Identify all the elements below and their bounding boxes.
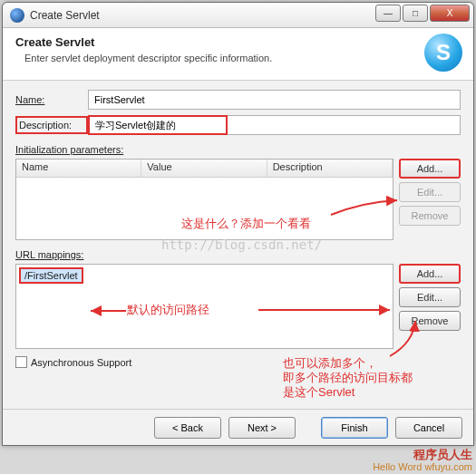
maximize-button[interactable]: □ [403,5,428,22]
name-label: Name: [15,94,88,105]
brand-line1: 程序员人生 [413,448,472,461]
url-mappings-list[interactable]: /FirstServlet [15,264,393,349]
init-params-table[interactable]: Name Value Description [15,159,393,240]
cancel-button[interactable]: Cancel [395,417,462,439]
description-input[interactable] [88,115,228,135]
url-mapping-item[interactable]: /FirstServlet [19,267,83,284]
name-input[interactable] [88,90,461,110]
init-param-edit-button: Edit... [399,182,461,202]
dialog-body: Name: Description: Initialization parame… [3,81,473,373]
app-icon [10,8,24,23]
finish-button[interactable]: Finish [321,417,388,439]
col-description[interactable]: Description [267,160,393,177]
brand-line2: Hello Word wfuyu.com [373,461,472,472]
url-mapping-edit-button[interactable]: Edit... [399,287,461,307]
dialog-window: Create Servlet — □ X Create Servlet Ente… [2,2,474,446]
page-title: Create Servlet [15,35,461,49]
init-param-remove-button: Remove [399,206,461,226]
init-params-label: Initialization parameters: [15,144,461,155]
titlebar[interactable]: Create Servlet — □ X [3,3,473,28]
minimize-button[interactable]: — [375,5,401,22]
async-label: Asynchronous Support [31,357,131,368]
header-banner: Create Servlet Enter servlet deployment … [3,28,473,81]
close-button[interactable]: X [430,5,470,22]
next-button[interactable]: Next > [228,417,296,439]
url-mapping-remove-button[interactable]: Remove [399,311,461,331]
init-param-add-button[interactable]: Add... [399,159,461,179]
window-title: Create Servlet [30,9,100,22]
async-checkbox[interactable] [15,356,27,368]
col-name[interactable]: Name [16,160,141,177]
url-mapping-add-button[interactable]: Add... [399,264,461,284]
page-subtitle: Enter servlet deployment descriptor spec… [24,53,461,63]
description-label: Description: [15,116,88,134]
servlet-icon: S [424,34,462,72]
back-button[interactable]: < Back [154,417,221,439]
description-input-ext[interactable] [228,115,461,135]
brand-watermark: 程序员人生 Hello Word wfuyu.com [373,449,472,472]
url-mappings-label: URL mappings: [15,249,461,260]
button-bar: < Back Next > Finish Cancel [3,409,473,445]
col-value[interactable]: Value [141,160,267,177]
